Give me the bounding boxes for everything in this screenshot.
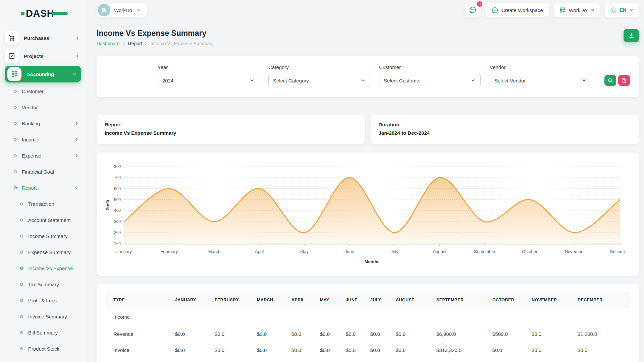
sidebar-item-vendor[interactable]: Vendor [0,99,86,115]
sidebar-item-expense-summary[interactable]: Expense Summary [0,244,86,260]
sidebar-item-label: Income [22,137,38,142]
column-header: MARCH [254,292,288,308]
bullet-icon [20,315,23,318]
sidebar-item-cash-flow[interactable]: Cash Flow [0,357,86,362]
bullet-icon [20,283,23,286]
page-header: Income Vs Expense Summary Dashboard>Repo… [97,29,639,46]
sidebar-item-accounting[interactable]: Accounting [5,66,81,82]
sidebar-item-label: Income Vs Expense [28,265,73,271]
profit-chart-card: 100200300400500600700800JanuaryFebruaryM… [97,153,639,276]
plus-circle-icon [491,7,498,14]
summary-cards: Report : Income Vs Expense Summary Durat… [97,115,639,144]
chevron-down-icon [590,8,595,12]
sidebar-item-financial-goal[interactable]: Financial Goal [0,164,86,180]
customer-select[interactable]: Select Customer [379,74,481,87]
sidebar-item-transaction[interactable]: Transaction [0,196,86,212]
topbar: WorkDo 0 Create Workspace WorkDo EN [97,0,639,17]
language-selector[interactable]: EN [605,3,639,17]
sidebar-item-projects[interactable]: Projects [0,47,86,65]
row-value: $0.0 [317,342,342,358]
category-select[interactable]: Select Category [268,74,370,87]
customer-field: Customer Select Customer [379,64,481,87]
row-value: $0.0 [172,342,211,358]
row-value: $1,200.0 [574,326,631,342]
row-value: $0.0 [489,342,528,358]
sidebar-item-label: Invoice Summary [28,314,67,319]
row-value: $0.0 [254,326,288,342]
bullet-icon [20,219,23,222]
column-header: NOVEMBER [528,292,574,308]
chevron-right-icon [74,185,79,190]
column-header: JUNE [342,292,367,308]
row-value: $0.0 [288,326,317,342]
download-button[interactable] [624,29,639,42]
row-value: $0.0 [367,326,392,342]
svg-text:500: 500 [114,197,121,202]
category-label: Category [268,64,370,70]
column-header: TYPE [105,292,172,308]
sidebar-item-bill-summary[interactable]: Bill Summary [0,324,86,341]
sidebar-item-label: Report [22,185,37,191]
chevron-right-icon [74,137,79,142]
sidebar-item-expense[interactable]: Expense [0,147,86,164]
sidebar-item-label: Account Statement [28,217,71,223]
sidebar-item-profit-loss[interactable]: Profit & Loss [0,292,86,308]
breadcrumb-item: Income Vs Expense Summary [151,41,214,46]
table-section-row: Expense : [105,358,631,362]
column-header: APRIL [288,292,317,308]
svg-text:400: 400 [114,208,121,213]
row-value: $0.0 [211,326,254,342]
workspace-name: WorkDo [114,7,132,13]
sidebar-item-banking[interactable]: Banking [0,115,86,131]
column-header: DECEMBER [574,292,631,308]
breadcrumb-item[interactable]: Dashboard [97,41,120,46]
logo-bar-icon [52,12,68,15]
sidebar-item-tax-summary[interactable]: Tax Summary [0,276,86,292]
column-header: JANUARY [172,292,211,308]
svg-text:800: 800 [114,164,121,169]
sidebar-item-report[interactable]: Report [0,180,86,196]
sidebar-nav: PurchasesProjectsAccountingCustomerVendo… [0,24,86,362]
sidebar-item-invoice-summary[interactable]: Invoice Summary [0,308,86,324]
search-icon [607,78,613,83]
duration-card-label: Duration : [379,122,631,127]
income-expense-table: TYPEJANUARYFEBRUARYMARCHAPRILMAYJUNEJULY… [105,292,631,362]
row-type: Invoice [105,342,172,358]
breadcrumb-item[interactable]: Report [128,41,142,46]
sidebar-item-account-statement[interactable]: Account Statement [0,212,86,228]
sidebar-item-purchases[interactable]: Purchases [0,29,86,47]
page-title: Income Vs Expense Summary [97,29,214,38]
svg-text:February: February [160,249,178,254]
sidebar-item-income-summary[interactable]: Income Summary [0,228,86,244]
year-label: Year [158,64,259,70]
svg-text:600: 600 [114,186,121,191]
svg-text:Profit: Profit [106,200,110,210]
svg-text:September: September [474,249,495,254]
sidebar-item-label: Expense Summary [28,249,71,255]
sidebar-item-customer[interactable]: Customer [0,83,86,99]
sidebar-item-product-stock[interactable]: Product Stock [0,341,86,357]
building-icon [101,7,107,13]
svg-text:August: August [433,249,446,254]
file-off-icon [621,78,627,83]
create-workspace-button[interactable]: Create Workspace [485,3,549,17]
svg-text:December: December [610,249,625,254]
reset-filter-button[interactable] [618,75,630,86]
workspace-switcher[interactable]: WorkDo [97,3,147,17]
year-select[interactable]: 2024 [158,74,259,87]
sidebar-item-label: Banking [22,121,40,126]
row-value: $0.0 [254,342,288,358]
messages-button[interactable]: 0 [465,3,481,17]
vendor-select[interactable]: Select Vendor [490,74,591,87]
create-workspace-label: Create Workspace [501,7,543,13]
sidebar: DASH PurchasesProjectsAccountingCustomer… [0,0,86,362]
checkbox-icon [5,49,19,63]
svg-text:100: 100 [114,241,121,246]
workdo-menu[interactable]: WorkDo [554,3,600,17]
apply-filter-button[interactable] [604,75,616,86]
brand-logo[interactable]: DASH [21,7,71,19]
sidebar-item-income[interactable]: Income [0,131,86,147]
chevron-down-icon [136,8,141,12]
sidebar-item-income-vs-expense[interactable]: Income Vs Expense [0,260,86,276]
sidebar-item-label: Vendor [22,105,38,110]
